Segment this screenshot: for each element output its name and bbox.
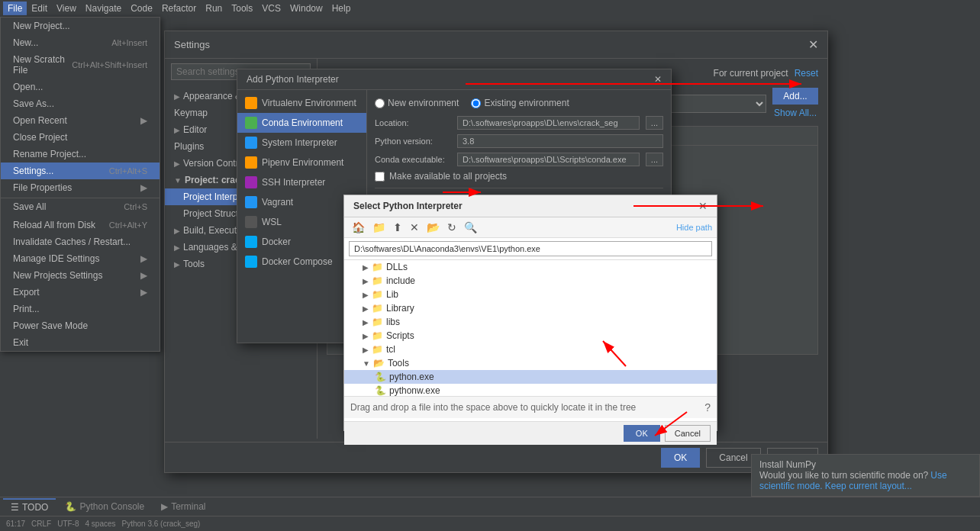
tree-node-pythonw-exe[interactable]: 🐍 pythonw.exe	[344, 384, 717, 396]
menu-new-project[interactable]: New Project...	[1, 18, 160, 34]
tree-node-tcl[interactable]: ▶ 📁 tcl	[344, 343, 717, 356]
docker-icon	[245, 236, 257, 248]
select-ok-button[interactable]: OK	[624, 425, 660, 442]
location-input[interactable]	[457, 116, 640, 130]
menu-reload[interactable]: Reload All from Disk Ctrl+Alt+Y	[1, 217, 160, 233]
type-conda[interactable]: Conda Environment	[237, 113, 366, 133]
settings-title: Settings	[174, 39, 210, 50]
wsl-icon	[245, 216, 257, 228]
notification-bar: Install NumPy Would you like to turn sci…	[751, 454, 980, 497]
pipenv-icon	[245, 156, 257, 169]
menu-open[interactable]: Open...	[1, 79, 160, 95]
make-available-checkbox[interactable]	[375, 172, 385, 182]
tree-node-include[interactable]: ▶ 📁 include	[344, 274, 717, 288]
python-version-input[interactable]	[457, 134, 663, 148]
settings-ok-button[interactable]: OK	[661, 448, 700, 468]
select-interpreter-close[interactable]: ✕	[698, 200, 708, 212]
help-button[interactable]: ?	[704, 401, 711, 414]
menu-rename-project[interactable]: Rename Project...	[1, 146, 160, 163]
menu-save-all[interactable]: Save All Ctrl+S	[1, 198, 160, 215]
add-interpreter-title-bar: Add Python Interpreter ✕	[237, 69, 671, 90]
menu-vcs[interactable]: VCS	[257, 2, 285, 15]
menu-close-project[interactable]: Close Project	[1, 129, 160, 146]
cursor-position: 61:17	[6, 520, 25, 528]
system-icon	[245, 137, 257, 149]
tree-node-library[interactable]: ▶ 📁 Library	[344, 301, 717, 315]
menu-new-scratch[interactable]: New Scratch File Ctrl+Alt+Shift+Insert	[1, 51, 160, 79]
conda-exec-browse[interactable]: ...	[646, 153, 663, 166]
delete-button[interactable]: ✕	[407, 220, 422, 235]
type-pipenv[interactable]: Pipenv Environment	[237, 153, 366, 172]
home-button[interactable]: 🏠	[349, 220, 368, 235]
type-system[interactable]: System Interpreter	[237, 133, 366, 153]
menu-print[interactable]: Print...	[1, 301, 160, 317]
tree-node-python-exe[interactable]: 🐍 python.exe	[344, 370, 717, 384]
menu-refactor[interactable]: Refactor	[157, 2, 201, 15]
menu-save-as[interactable]: Save As...	[1, 95, 160, 112]
settings-reset-button[interactable]: Reset	[795, 68, 818, 79]
tree-node-tools[interactable]: ▼ 📂 Tools	[344, 356, 717, 370]
menu-export[interactable]: Export ▶	[1, 284, 160, 301]
add-interpreter-button[interactable]: Add...	[772, 88, 818, 105]
menu-file-properties[interactable]: File Properties ▶	[1, 179, 160, 196]
type-virtualenv[interactable]: Virtualenv Environment	[237, 93, 366, 113]
menu-run[interactable]: Run	[201, 2, 227, 15]
conda-exec-input[interactable]	[457, 153, 640, 166]
line-ending: CRLF	[31, 520, 51, 528]
tree-node-lib[interactable]: ▶ 📁 Lib	[344, 288, 717, 301]
ssh-icon	[245, 176, 257, 188]
menu-open-recent[interactable]: Open Recent ▶	[1, 112, 160, 129]
type-ssh[interactable]: SSH Interpreter	[237, 172, 366, 192]
new-folder-button[interactable]: 📂	[424, 220, 443, 235]
todo-icon: ☰	[11, 502, 19, 513]
menu-invalidate[interactable]: Invalidate Caches / Restart...	[1, 233, 160, 250]
add-interpreter-close[interactable]: ✕	[654, 74, 662, 85]
refresh-button[interactable]: ↻	[444, 220, 459, 235]
menu-view[interactable]: View	[52, 2, 81, 15]
python-version-row: Python version:	[375, 134, 663, 148]
tree-node-scripts[interactable]: ▶ 📁 Scripts	[344, 329, 717, 343]
tree-node-libs[interactable]: ▶ 📁 libs	[344, 315, 717, 329]
menu-settings[interactable]: Settings... Ctrl+Alt+S	[1, 163, 160, 179]
settings-close-button[interactable]: ✕	[808, 37, 818, 52]
charset: UTF-8	[57, 520, 79, 528]
python-icon: 🐍	[65, 501, 76, 512]
existing-env-radio[interactable]: Existing environment	[471, 98, 569, 108]
scientific-mode-notification: Would you like to turn scientific mode o…	[759, 470, 972, 491]
python-version: Python 3.6 (crack_seg)	[122, 520, 201, 528]
select-cancel-button[interactable]: Cancel	[665, 425, 711, 442]
settings-actions: For current project Reset	[714, 68, 818, 79]
menu-navigate[interactable]: Navigate	[81, 2, 126, 15]
tab-terminal[interactable]: ▶ Terminal	[153, 499, 213, 514]
menu-tools[interactable]: Tools	[227, 2, 257, 15]
folder-up-button[interactable]: ⬆	[390, 220, 405, 235]
show-all-button[interactable]: Show All...	[772, 106, 818, 120]
tab-python-console[interactable]: 🐍 Python Console	[57, 499, 152, 514]
menu-edit[interactable]: Edit	[27, 2, 52, 15]
path-input[interactable]	[349, 241, 712, 256]
location-browse[interactable]: ...	[646, 116, 663, 130]
hide-path-button[interactable]: Hide path	[676, 223, 712, 232]
new-env-radio[interactable]: New environment	[375, 98, 459, 108]
conda-icon	[245, 117, 257, 129]
search-button[interactable]: 🔍	[461, 220, 480, 235]
vagrant-icon	[245, 196, 257, 208]
menu-file[interactable]: File	[3, 2, 27, 15]
folder-button[interactable]: 📁	[369, 220, 388, 235]
make-available-checkbox-row: Make available to all projects	[375, 171, 663, 182]
menu-power-save[interactable]: Power Save Mode	[1, 317, 160, 334]
menu-manage-ide[interactable]: Manage IDE Settings ▶	[1, 250, 160, 267]
menu-window[interactable]: Window	[285, 2, 327, 15]
menu-new[interactable]: New... Alt+Insert	[1, 34, 160, 51]
settings-tab-for-current[interactable]: For current project	[714, 68, 788, 79]
tree-node-dlls[interactable]: ▶ 📁 DLLs	[344, 260, 717, 274]
menu-bar: File Edit View Navigate Code Refactor Ru…	[0, 0, 980, 17]
menu-exit[interactable]: Exit	[1, 334, 160, 351]
tab-todo[interactable]: ☰ TODO	[3, 498, 56, 515]
keep-layout-link[interactable]: Keep current layout...	[825, 481, 912, 491]
numpy-notification: Install NumPy	[759, 459, 972, 470]
file-menu-dropdown: New Project... New... Alt+Insert New Scr…	[0, 17, 160, 352]
menu-help[interactable]: Help	[327, 2, 356, 15]
menu-code[interactable]: Code	[126, 2, 157, 15]
menu-new-projects-settings[interactable]: New Projects Settings ▶	[1, 267, 160, 284]
